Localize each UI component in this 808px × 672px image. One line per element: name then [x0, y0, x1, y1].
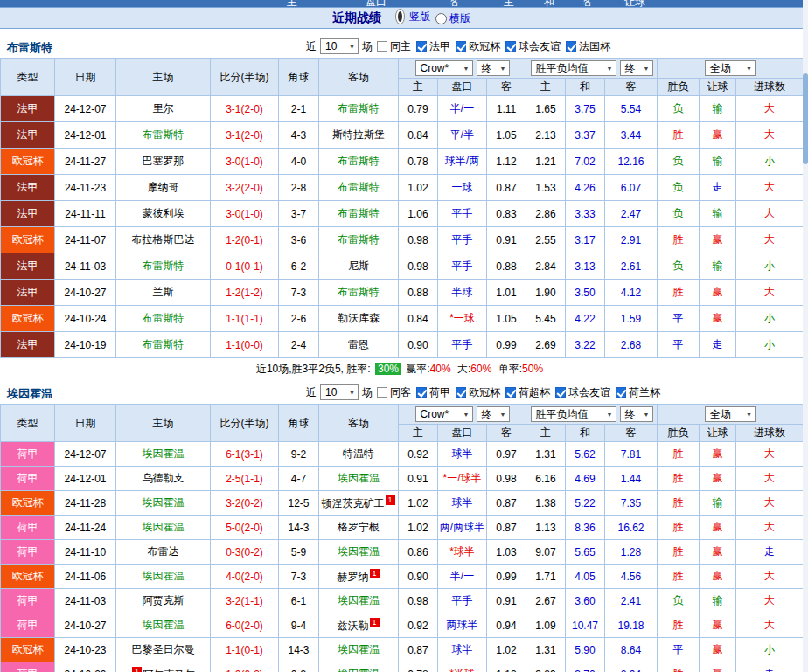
away-team-name[interactable]: 埃因霍温 — [338, 594, 380, 606]
home-team-name[interactable]: 布雷斯特 — [143, 338, 185, 350]
filter-3-checkbox[interactable] — [505, 41, 516, 52]
home-team-cell[interactable]: 兰斯 — [116, 280, 211, 306]
away-team-cell[interactable]: 埃因霍温 — [319, 540, 399, 565]
filter-4-checkbox[interactable] — [555, 387, 566, 398]
radio-icon[interactable] — [435, 13, 447, 24]
away-team-name[interactable]: 布雷斯特 — [338, 155, 380, 167]
euro-average-select[interactable]: 胜平负均值▼ — [531, 60, 616, 76]
euro-time-select[interactable]: 终▼ — [620, 60, 653, 76]
home-team-cell[interactable]: 里尔 — [116, 96, 211, 122]
home-team-name[interactable]: 埃因霍温 — [143, 619, 185, 631]
team-name[interactable]: 布雷斯特 — [7, 40, 52, 56]
home-team-name[interactable]: 蒙彼利埃 — [143, 207, 185, 219]
scope-select[interactable]: 全场▼ — [705, 406, 756, 422]
home-team-name[interactable]: 阿尔克马尔 — [143, 669, 195, 672]
away-team-name[interactable]: 埃因霍温 — [338, 668, 380, 672]
away-team-name[interactable]: 顿涅茨克矿工 — [322, 497, 385, 509]
away-team-cell[interactable]: 埃因霍温 — [319, 638, 399, 662]
filter-0[interactable]: 同主 — [377, 39, 411, 54]
home-team-name[interactable]: 埃因霍温 — [143, 496, 185, 509]
home-team-name[interactable]: 埃因霍温 — [143, 570, 185, 582]
home-team-name[interactable]: 乌德勒支 — [143, 472, 185, 484]
home-team-name[interactable]: 埃因霍温 — [143, 447, 185, 460]
home-team-cell[interactable]: 埃因霍温 — [116, 613, 211, 638]
home-team-name[interactable]: 兰斯 — [153, 286, 174, 298]
home-team-cell[interactable]: 布雷斯特 — [116, 122, 211, 149]
home-team-name[interactable]: 布雷斯特 — [143, 312, 185, 324]
home-team-name[interactable]: 布雷达 — [148, 545, 179, 558]
away-team-cell[interactable]: 埃因霍温 — [319, 662, 399, 672]
away-team-cell[interactable]: 布雷斯特 — [319, 227, 399, 253]
filter-5[interactable]: 荷兰杯 — [616, 385, 660, 400]
away-team-name[interactable]: 赫罗纳 — [338, 571, 369, 583]
home-team-name[interactable]: 阿贾克斯 — [143, 594, 185, 606]
away-team-cell[interactable]: 布雷斯特 — [319, 149, 399, 175]
home-team-name[interactable]: 布拉格斯巴达 — [132, 233, 195, 246]
filter-4[interactable]: 法国杯 — [566, 39, 610, 54]
filter-3[interactable]: 球会友谊 — [505, 39, 561, 54]
euro-average-select[interactable]: 胜平负均值▼ — [531, 406, 616, 422]
filter-1-checkbox[interactable] — [416, 387, 427, 398]
away-team-name[interactable]: 雷恩 — [348, 338, 369, 350]
away-team-name[interactable]: 布雷斯特 — [338, 207, 380, 219]
away-team-name[interactable]: 布雷斯特 — [338, 181, 380, 193]
away-team-name[interactable]: 布雷斯特 — [338, 102, 380, 114]
odds-time-select[interactable]: 终▼ — [477, 406, 510, 422]
away-team-name[interactable]: 斯特拉斯堡 — [332, 128, 385, 141]
home-team-cell[interactable]: 摩纳哥 — [116, 175, 211, 201]
home-team-name[interactable]: 布雷斯特 — [143, 128, 185, 141]
away-team-cell[interactable]: 斯特拉斯堡 — [319, 122, 399, 149]
away-team-name[interactable]: 兹沃勒 — [338, 620, 369, 632]
away-team-name[interactable]: 埃因霍温 — [338, 545, 380, 558]
home-team-cell[interactable]: 阿贾克斯 — [116, 589, 211, 613]
home-team-cell[interactable]: 1阿尔克马尔 — [116, 662, 211, 672]
home-team-cell[interactable]: 布雷斯特 — [116, 332, 211, 358]
layout-radio-option[interactable]: 横版 — [435, 11, 470, 26]
away-team-cell[interactable]: 埃因霍温 — [319, 589, 399, 613]
away-team-cell[interactable]: 勒沃库森 — [319, 306, 399, 332]
scrollbar-thumb[interactable] — [803, 73, 808, 164]
home-team-cell[interactable]: 埃因霍温 — [116, 516, 211, 540]
filter-2-checkbox[interactable] — [456, 41, 466, 52]
home-team-name[interactable]: 巴塞罗那 — [143, 155, 185, 167]
away-team-name[interactable]: 布雷斯特 — [338, 233, 380, 246]
home-team-cell[interactable]: 埃因霍温 — [116, 491, 211, 516]
away-team-name[interactable]: 勒沃库森 — [338, 312, 380, 324]
bookmaker-select[interactable]: Crow*▼ — [415, 60, 473, 76]
away-team-cell[interactable]: 顿涅茨克矿工1 — [319, 491, 399, 516]
scrollbar-track[interactable] — [803, 0, 808, 672]
filter-0-checkbox[interactable] — [377, 387, 387, 398]
away-team-cell[interactable]: 布雷斯特 — [319, 201, 399, 227]
filter-4[interactable]: 球会友谊 — [555, 385, 610, 400]
filter-3-checkbox[interactable] — [505, 387, 516, 398]
away-team-name[interactable]: 尼斯 — [348, 260, 369, 272]
home-team-cell[interactable]: 埃因霍温 — [116, 442, 211, 467]
filter-2[interactable]: 欧冠杯 — [456, 39, 500, 54]
home-team-cell[interactable]: 布雷斯特 — [116, 253, 211, 280]
layout-radio-selected[interactable]: 竖版 — [394, 9, 430, 24]
filter-1-checkbox[interactable] — [416, 41, 427, 52]
away-team-cell[interactable]: 赫罗纳1 — [319, 565, 399, 589]
filter-3[interactable]: 荷超杯 — [505, 385, 550, 400]
home-team-name[interactable]: 巴黎圣日尔曼 — [132, 643, 195, 655]
filter-4-checkbox[interactable] — [566, 41, 576, 52]
home-team-cell[interactable]: 乌德勒支 — [116, 467, 211, 491]
recent-count-select[interactable]: 10▼ — [320, 384, 359, 400]
home-team-cell[interactable]: 布雷达 — [116, 540, 211, 565]
away-team-name[interactable]: 埃因霍温 — [338, 643, 380, 655]
home-team-cell[interactable]: 巴塞罗那 — [116, 149, 211, 175]
filter-0[interactable]: 同客 — [377, 385, 411, 400]
recent-count-select[interactable]: 10▼ — [320, 38, 359, 54]
away-team-cell[interactable]: 布雷斯特 — [319, 280, 399, 306]
home-team-cell[interactable]: 蒙彼利埃 — [116, 201, 211, 227]
away-team-cell[interactable]: 雷恩 — [319, 332, 399, 358]
home-team-name[interactable]: 里尔 — [153, 102, 174, 114]
home-team-cell[interactable]: 巴黎圣日尔曼 — [116, 638, 211, 662]
odds-time-select[interactable]: 终▼ — [477, 60, 510, 76]
away-team-name[interactable]: 格罗宁根 — [338, 521, 380, 533]
radio-icon[interactable] — [395, 9, 405, 24]
away-team-cell[interactable]: 埃因霍温 — [319, 467, 399, 491]
home-team-cell[interactable]: 布拉格斯巴达 — [116, 227, 211, 253]
filter-2-checkbox[interactable] — [456, 387, 466, 398]
home-team-cell[interactable]: 埃因霍温 — [116, 565, 211, 589]
